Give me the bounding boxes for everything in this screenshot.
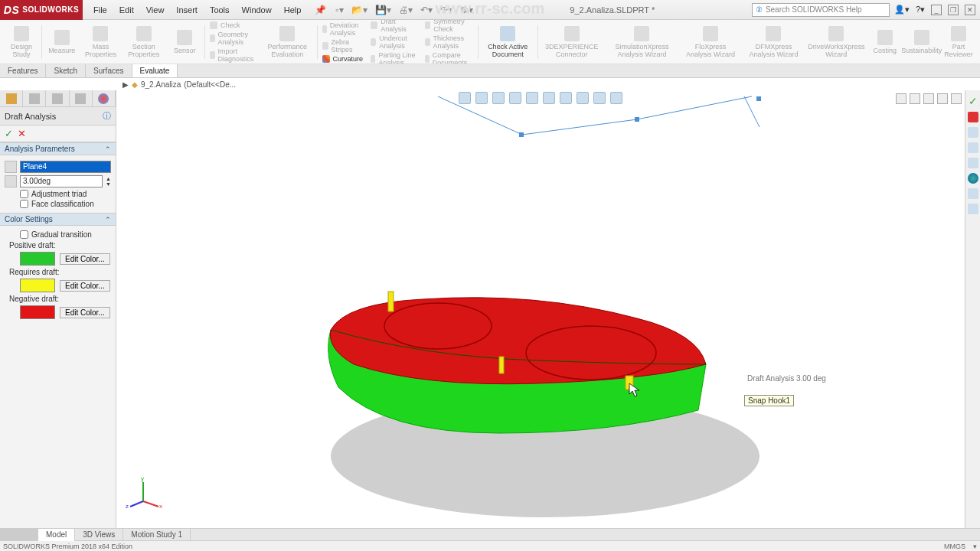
ribbon-import-diag[interactable]: Import Diagnostics — [210, 47, 256, 63]
adjustment-triad-checkbox[interactable]: Adjustment triad — [20, 190, 111, 198]
user-icon[interactable]: 👤▾ — [894, 5, 910, 15]
panel-tab-feature-tree[interactable] — [0, 90, 23, 106]
requires-edit-color-button[interactable]: Edit Color... — [60, 280, 110, 292]
positive-color-swatch[interactable] — [20, 252, 55, 266]
close-button[interactable]: ✕ — [965, 5, 975, 15]
tab-model[interactable]: Model — [38, 529, 75, 541]
menu-view[interactable]: View — [140, 0, 171, 20]
taskpane-forum-icon[interactable] — [968, 204, 978, 214]
taskpane-resources-icon[interactable] — [968, 142, 978, 153]
angle-up-icon[interactable]: ▲ — [106, 176, 111, 181]
panel-tab-property[interactable] — [46, 90, 69, 106]
ribbon-thickness[interactable]: Thickness Analysis — [425, 34, 473, 50]
ribbon-simxpress[interactable]: SimulationXpress Analysis Wizard — [604, 24, 680, 60]
tab-evaluate[interactable]: Evaluate — [132, 64, 178, 77]
app-logo: DS SOLIDWORKS — [0, 0, 83, 20]
status-units[interactable]: MMGS — [944, 543, 965, 550]
restore-button[interactable]: ❐ — [948, 5, 959, 15]
ribbon-design-study[interactable]: Design Study — [3, 24, 40, 60]
ribbon-floxpress[interactable]: FloXpress Analysis Wizard — [680, 24, 741, 60]
menu-insert[interactable]: Insert — [170, 0, 204, 20]
ribbon-undercut[interactable]: Undercut Analysis — [371, 34, 418, 50]
positive-edit-color-button[interactable]: Edit Color... — [60, 253, 110, 265]
ribbon-section-props[interactable]: Section Properties — [121, 24, 166, 60]
ribbon-measure[interactable]: Measure — [44, 28, 80, 56]
qat-redo-icon[interactable]: ↷▾ — [440, 5, 452, 15]
menu-file[interactable]: File — [87, 0, 113, 20]
ribbon-driveworks[interactable]: DriveWorksXpress Wizard — [806, 24, 867, 60]
section-color-settings[interactable]: Color Settings⌃ — [0, 213, 116, 226]
tab-sketch[interactable]: Sketch — [46, 64, 86, 77]
ribbon-draft-analysis[interactable]: Draft Analysis — [371, 20, 418, 33]
direction-icon[interactable] — [5, 161, 17, 173]
taskpane-close-icon[interactable] — [968, 112, 978, 122]
ribbon-check[interactable]: Check — [210, 21, 256, 29]
negative-color-swatch[interactable] — [20, 305, 55, 319]
taskpane-appearance-icon[interactable] — [968, 173, 978, 184]
svg-rect-0 — [519, 132, 524, 137]
tab-surfaces[interactable]: Surfaces — [86, 64, 132, 77]
taskpane-ok-icon[interactable]: ✓ — [969, 95, 978, 107]
qat-save-icon[interactable]: 💾▾ — [375, 5, 391, 15]
panel-tab-4[interactable] — [70, 90, 93, 106]
btab-nav[interactable] — [0, 529, 38, 541]
angle-icon[interactable] — [5, 175, 17, 187]
cancel-button[interactable]: ✕ — [18, 128, 26, 139]
gradual-transition-checkbox[interactable]: Gradual transition — [20, 230, 111, 239]
ribbon-sensor[interactable]: Sensor — [166, 28, 203, 56]
taskpane-home-icon[interactable] — [968, 127, 978, 138]
panel-help-icon[interactable]: ⓘ — [103, 110, 111, 122]
ok-button[interactable]: ✓ — [5, 128, 13, 139]
section-colors-body: Gradual transition Positive draft: Edit … — [0, 226, 116, 324]
tab-features[interactable]: Features — [0, 64, 46, 77]
ribbon-parting-line[interactable]: Parting Line Analysis — [371, 51, 418, 65]
minimize-button[interactable]: _ — [931, 5, 942, 15]
ribbon-costing[interactable]: Costing — [867, 28, 903, 56]
qat-print-icon[interactable]: 🖨▾ — [399, 5, 413, 15]
ribbon-geom-analysis[interactable]: Geometry Analysis — [210, 31, 256, 46]
menu-window[interactable]: Window — [236, 0, 278, 20]
menu-edit[interactable]: Edit — [113, 0, 140, 20]
ribbon-symmetry[interactable]: Symmetry Check — [425, 20, 473, 33]
ribbon-compare-docs[interactable]: Compare Documents — [425, 51, 473, 65]
breadcrumb-arrow-icon[interactable]: ▶ — [122, 80, 129, 89]
ribbon-zebra[interactable]: Zebra Stripes — [322, 38, 365, 54]
requires-color-swatch[interactable] — [20, 279, 55, 292]
menu-tools[interactable]: Tools — [204, 0, 236, 20]
ribbon-sustainability[interactable]: Sustainability — [903, 28, 940, 56]
help-icon[interactable]: ?▾ — [916, 5, 925, 15]
angle-field[interactable]: 3.00deg — [20, 175, 103, 187]
ribbon-3dexp[interactable]: 3DEXPERIENCE Connector — [539, 24, 604, 60]
ribbon-check-active-doc[interactable]: Check Active Document — [480, 24, 536, 60]
negative-edit-color-button[interactable]: Edit Color... — [60, 307, 110, 318]
graphics-viewport[interactable]: Draft Analysis 3.00 deg Snap Hook1 y x z — [116, 90, 965, 528]
tab-motion-study[interactable]: Motion Study 1 — [123, 529, 191, 541]
ribbon-perf-eval[interactable]: Performance Evaluation — [259, 24, 315, 60]
ribbon-part-reviewer[interactable]: Part Reviewer — [940, 24, 977, 60]
ribbon-dfmxpress[interactable]: DFMXpress Analysis Wizard — [741, 24, 806, 60]
search-help-box[interactable]: ② Search SOLIDWORKS Help — [752, 3, 890, 17]
menu-help[interactable]: Help — [278, 0, 308, 20]
taskpane-props-icon[interactable] — [968, 188, 978, 199]
angle-down-icon[interactable]: ▼ — [106, 181, 111, 187]
tab-3dviews[interactable]: 3D Views — [75, 529, 123, 541]
pin-icon[interactable]: 📌 — [315, 5, 326, 15]
panel-tab-5[interactable] — [93, 90, 116, 106]
ribbon-deviation[interactable]: Deviation Analysis — [322, 21, 365, 37]
qat-undo-icon[interactable]: ↶▾ — [420, 5, 433, 15]
plane-field[interactable]: Plane4 — [20, 161, 111, 173]
svg-rect-1 — [635, 117, 639, 122]
breadcrumb-part[interactable]: 9_2.Analiza — [141, 80, 181, 89]
qat-new-icon[interactable]: ▫▾ — [335, 5, 343, 15]
taskpane-library-icon[interactable] — [968, 158, 978, 168]
ribbon-curvature[interactable]: Curvature — [322, 55, 365, 63]
qat-open-icon[interactable]: 📂▾ — [351, 5, 368, 15]
status-dropdown-icon[interactable]: ▾ — [973, 543, 977, 550]
ribbon-mass-props[interactable]: Mass Properties — [80, 24, 122, 60]
view-triad[interactable]: y x z — [124, 474, 162, 513]
requires-draft-label: Requires draft: — [9, 268, 111, 276]
section-analysis-params[interactable]: Analysis Parameters⌃ — [0, 142, 116, 155]
face-classification-checkbox[interactable]: Face classification — [20, 200, 111, 208]
panel-tab-config[interactable] — [23, 90, 46, 106]
qat-settings-icon[interactable]: ⚙▾ — [460, 5, 473, 15]
